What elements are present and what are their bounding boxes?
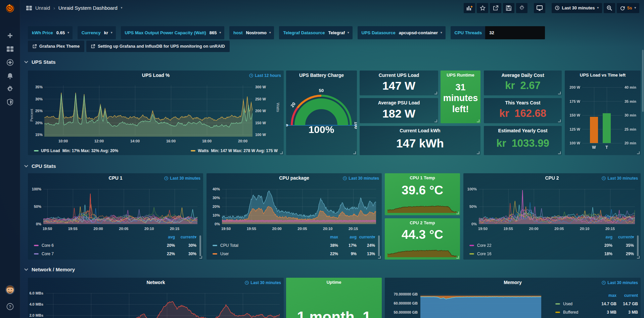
legend-sort-max[interactable]: max xyxy=(595,293,616,298)
stat-value: kr2.67 xyxy=(484,80,562,92)
panel-title[interactable]: UPS Load % xyxy=(28,73,284,78)
link-grafana-plex-theme[interactable]: Grafana Plex Theme xyxy=(28,41,84,52)
chart-canvas[interactable] xyxy=(46,291,280,318)
panel-title[interactable]: Current Load kWh xyxy=(360,128,480,133)
axis-tick: 20:10 xyxy=(320,226,336,231)
breadcrumb: Unraid › Unraid System Dashboard ▾ xyxy=(26,5,122,11)
legend-row[interactable]: Core 2220%35% xyxy=(469,241,634,249)
breadcrumb-caret-icon[interactable]: ▾ xyxy=(121,6,123,9)
panel-title[interactable]: Average PSU Load xyxy=(360,100,438,105)
series-marker xyxy=(555,312,560,313)
sidebar-item-profile[interactable] xyxy=(0,284,20,296)
cycle-view-mode-button[interactable] xyxy=(534,3,545,13)
sidebar-item-alerting[interactable] xyxy=(0,70,20,82)
chart-canvas[interactable] xyxy=(479,188,635,225)
axis-tick: 16:00 xyxy=(163,139,179,143)
axis-tick: 20:00 xyxy=(526,226,542,231)
chart-canvas[interactable] xyxy=(43,188,197,225)
zoom-out-time-button[interactable] xyxy=(604,3,615,13)
axis-tick: 19:50 xyxy=(218,226,234,231)
legend-row[interactable]: Core 620%30% xyxy=(34,241,196,249)
variable-currency[interactable]: Currencykr▾ xyxy=(78,26,116,39)
sidebar-item-explore[interactable] xyxy=(0,56,20,69)
legend-scrollbar[interactable] xyxy=(637,235,639,256)
cpu-threads-input[interactable]: 32 xyxy=(485,26,545,39)
breadcrumb-section[interactable]: Unraid xyxy=(35,5,50,11)
axis-tick: 20:15 xyxy=(345,226,361,231)
panel-title[interactable]: CPU 2 Temp xyxy=(385,220,460,225)
refresh-interval-label: 5s xyxy=(627,5,632,10)
share-dashboard-button[interactable] xyxy=(490,3,501,13)
panel-title[interactable]: UPS Battery Charge xyxy=(286,73,357,78)
legend-scrollbar[interactable] xyxy=(199,235,201,256)
chart-canvas[interactable] xyxy=(420,292,541,318)
legend-sort-avg[interactable]: avg xyxy=(338,235,357,239)
refresh-picker[interactable]: 5s ▾ xyxy=(617,3,639,13)
legend-sort-current[interactable]: current▾ xyxy=(612,235,634,239)
legend-scrollbar[interactable] xyxy=(378,235,380,256)
variable-telegraf-datasource[interactable]: Telegraf DatasourceTelegraf▾ xyxy=(279,26,352,39)
legend-sort-current[interactable]: current▾ xyxy=(357,235,375,239)
breadcrumb-page[interactable]: Unraid System Dashboard xyxy=(58,5,118,11)
add-panel-button[interactable] xyxy=(464,3,475,13)
section-network-memory[interactable]: Network / Memory xyxy=(24,267,75,272)
legend-sort-avg[interactable]: avg xyxy=(591,235,612,239)
time-range-badge[interactable]: Last 30 minutes xyxy=(602,280,638,285)
legend-item-watts[interactable]: WattsMin: 147 W Max: 278 W Avg: 175 W xyxy=(191,148,278,153)
legend-row[interactable]: Used14.7 GB14.7 GB xyxy=(555,300,638,308)
sidebar-item-dashboards[interactable] xyxy=(0,43,20,55)
panel-title[interactable]: Current UPS Load xyxy=(360,73,438,78)
axis-tick: 4.0 MBs xyxy=(28,302,43,307)
grafana-logo[interactable] xyxy=(0,2,20,15)
chart-canvas[interactable] xyxy=(387,246,457,257)
time-range-badge[interactable]: Last 30 minutes xyxy=(343,176,379,181)
panel-title[interactable]: UPS Runtime xyxy=(441,73,480,78)
variable-kwh-price[interactable]: kWh Price0.65▾ xyxy=(28,26,73,39)
stat-value: 1 month, 1 xyxy=(286,309,382,318)
page-scrollbar[interactable] xyxy=(642,50,644,112)
chart-canvas[interactable] xyxy=(44,84,252,137)
save-dashboard-button[interactable] xyxy=(503,3,514,13)
chart-canvas[interactable] xyxy=(286,79,357,151)
legend-row[interactable]: User22%9%13% xyxy=(213,249,375,258)
sidebar-item-server-admin[interactable] xyxy=(0,96,20,108)
panel-title[interactable]: Uptime xyxy=(286,280,382,285)
variable-host[interactable]: hostNostromo▾ xyxy=(229,26,274,39)
legend-row[interactable]: CPU Total38%17%24% xyxy=(213,241,375,249)
chart-canvas[interactable] xyxy=(387,202,457,213)
chart-canvas[interactable] xyxy=(222,188,376,225)
star-dashboard-button[interactable] xyxy=(477,3,488,13)
sidebar-item-help[interactable]: ? xyxy=(0,301,20,313)
time-range-badge[interactable]: Last 12 hours xyxy=(249,73,281,78)
legend-row[interactable]: Buffered3 MB3 MB xyxy=(555,308,638,316)
legend-row[interactable]: Core 722%30% xyxy=(34,249,196,258)
section-ups-stats[interactable]: UPS Stats xyxy=(24,59,56,65)
legend-sort-max[interactable]: max xyxy=(320,235,338,239)
sidebar-item-create[interactable] xyxy=(0,30,20,42)
variable-ups-max-output[interactable]: UPS Max Output Power Capacity (Watt)865▾ xyxy=(121,26,224,39)
legend-sort-avg[interactable]: avg xyxy=(153,235,175,239)
variable-ups-datasource[interactable]: UPS Datasourceapcupsd-container▾ xyxy=(358,26,446,39)
panel-title[interactable]: CPU 1 Temp xyxy=(385,175,460,180)
dashboard-settings-button[interactable] xyxy=(516,3,527,13)
axis-tick: 15% xyxy=(29,132,43,137)
legend-row[interactable]: Core 1618%29% xyxy=(469,249,634,258)
time-range-badge[interactable]: Last 30 minutes xyxy=(164,176,200,181)
panel-ups-load: UPS Load % Last 12 hours UPS LoadMin: 17… xyxy=(28,71,284,155)
zoom-out-icon xyxy=(607,5,612,11)
legend-sort-current[interactable]: current▾ xyxy=(175,235,196,239)
graph-legend: avgcurrent▾ Core 620%30% Core 722%30% xyxy=(34,233,196,258)
time-range-badge[interactable]: Last 30 minutes xyxy=(602,176,638,181)
chart-canvas[interactable] xyxy=(565,71,641,155)
sidebar-item-configuration[interactable] xyxy=(0,83,20,95)
legend-sort-current[interactable]: current xyxy=(616,293,638,298)
time-range-picker[interactable]: Last 30 minutes ▾ xyxy=(552,3,602,13)
link-ups-monitoring-guide[interactable]: Setting up Grafana and InfluxDB for UPS … xyxy=(86,41,229,52)
section-cpu-stats[interactable]: CPU Stats xyxy=(24,163,56,169)
legend-item-ups-load[interactable]: UPS LoadMin: 17% Max: 32% Avg: 20% xyxy=(34,148,118,153)
panel-title[interactable]: Estimated Yearly Cost xyxy=(484,128,562,133)
panel-title[interactable]: Average Daily Cost xyxy=(484,73,562,78)
panel-title[interactable]: This Years Cost xyxy=(484,100,562,105)
time-range-badge[interactable]: Last 30 minutes xyxy=(245,280,281,285)
series-marker xyxy=(469,253,474,255)
